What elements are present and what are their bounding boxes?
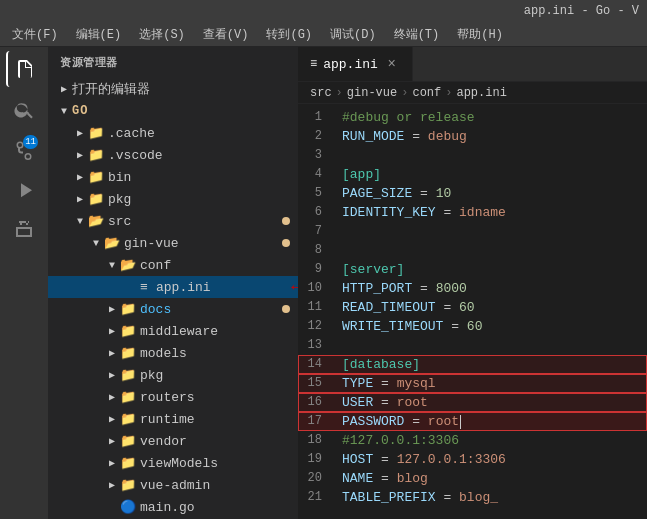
tab-bar: ≡ app.ini ×	[298, 47, 647, 82]
line-content-5: PAGE_SIZE = 10	[338, 184, 647, 203]
menu-goto[interactable]: 转到(G)	[258, 24, 320, 45]
folder-icon-bin: 📁	[88, 169, 104, 185]
folder-icon-routers: 📁	[120, 389, 136, 405]
line-num-7: 7	[298, 222, 338, 241]
tab-close-button[interactable]: ×	[384, 56, 400, 72]
folder-icon-gin-vue: 📂	[104, 235, 120, 251]
menu-terminal[interactable]: 终端(T)	[386, 24, 448, 45]
breadcrumb-sep-1: ›	[336, 86, 343, 100]
menu-help[interactable]: 帮助(H)	[449, 24, 511, 45]
menu-view[interactable]: 查看(V)	[195, 24, 257, 45]
tree-item-conf[interactable]: ▼ 📂 conf	[48, 254, 298, 276]
tab-file-icon: ≡	[310, 57, 317, 71]
tree-item-cache[interactable]: ▶ 📁 .cache	[48, 122, 298, 144]
conf-label: conf	[140, 258, 171, 273]
line-num-20: 20	[298, 469, 338, 488]
folder-icon-viewModels: 📁	[120, 455, 136, 471]
tree-item-main-go[interactable]: ▶ 🔵 main.go	[48, 496, 298, 518]
title-bar: app.ini - Go - V	[0, 0, 647, 22]
line-content-7	[338, 222, 647, 241]
breadcrumb-appini[interactable]: app.ini	[456, 86, 506, 100]
tree-item-middleware[interactable]: ▶ 📁 middleware	[48, 320, 298, 342]
middleware-arrow: ▶	[104, 325, 120, 337]
source-control-badge: 11	[23, 135, 38, 149]
line-num-5: 5	[298, 184, 338, 203]
line-num-16: 16	[298, 393, 338, 412]
code-line-1: 1 #debug or release	[298, 108, 647, 127]
tree-item-vue-admin[interactable]: ▶ 📁 vue-admin	[48, 474, 298, 496]
file-tree: ▼ GO ▶ 📁 .cache ▶ 📁 .vscode	[48, 100, 298, 519]
docs-label: docs	[140, 302, 171, 317]
tree-item-bin[interactable]: ▶ 📁 bin	[48, 166, 298, 188]
gin-vue-arrow: ▼	[88, 238, 104, 249]
menu-edit[interactable]: 编辑(E)	[68, 24, 130, 45]
breadcrumb-src[interactable]: src	[310, 86, 332, 100]
debug-icon[interactable]	[6, 171, 42, 207]
extensions-icon[interactable]	[6, 211, 42, 247]
menu-bar: 文件(F) 编辑(E) 选择(S) 查看(V) 转到(G) 调试(D) 终端(T…	[0, 22, 647, 47]
pkg-label: pkg	[108, 192, 131, 207]
code-line-11: 11 READ_TIMEOUT = 60	[298, 298, 647, 317]
models-arrow: ▶	[104, 347, 120, 359]
line-content-1: #debug or release	[338, 108, 647, 127]
vendor-label: vendor	[140, 434, 187, 449]
routers-label: routers	[140, 390, 195, 405]
line-content-19: HOST = 127.0.0.1:3306	[338, 450, 647, 469]
tree-item-go[interactable]: ▼ GO	[48, 100, 298, 122]
folder-icon-pkg: 📁	[88, 191, 104, 207]
code-editor[interactable]: 1 #debug or release 2 RUN_MODE = debug 3…	[298, 104, 647, 519]
code-line-6: 6 IDENTITY_KEY = idname	[298, 203, 647, 222]
tree-item-runtime[interactable]: ▶ 📁 runtime	[48, 408, 298, 430]
open-editors-section[interactable]: ▶ 打开的编辑器	[48, 78, 298, 100]
code-line-4: 4 [app]	[298, 165, 647, 184]
line-content-8	[338, 241, 647, 260]
breadcrumb-conf[interactable]: conf	[412, 86, 441, 100]
breadcrumb-gin-vue[interactable]: gin-vue	[347, 86, 397, 100]
code-line-13: 13	[298, 336, 647, 355]
folder-icon-middleware: 📁	[120, 323, 136, 339]
line-content-2: RUN_MODE = debug	[338, 127, 647, 146]
code-line-5: 5 PAGE_SIZE = 10	[298, 184, 647, 203]
tree-item-pkg[interactable]: ▶ 📁 pkg	[48, 188, 298, 210]
tree-item-pkg2[interactable]: ▶ 📁 pkg	[48, 364, 298, 386]
tree-item-routers[interactable]: ▶ 📁 routers	[48, 386, 298, 408]
go-arrow: ▼	[56, 106, 72, 117]
main-go-label: main.go	[140, 500, 195, 515]
pkg-arrow: ▶	[72, 193, 88, 205]
tree-item-src[interactable]: ▼ 📂 src	[48, 210, 298, 232]
files-icon[interactable]	[6, 51, 42, 87]
line-content-4: [app]	[338, 165, 647, 184]
tree-item-app-ini[interactable]: ▶ ≡ app.ini ←	[48, 276, 298, 298]
source-control-icon[interactable]: 11	[6, 131, 42, 167]
red-arrow-indicator: ←	[291, 277, 298, 297]
line-num-3: 3	[298, 146, 338, 165]
go-file-icon: 🔵	[120, 499, 136, 515]
line-num-6: 6	[298, 203, 338, 222]
search-icon[interactable]	[6, 91, 42, 127]
tree-item-gin-vue[interactable]: ▼ 📂 gin-vue	[48, 232, 298, 254]
line-content-9: [server]	[338, 260, 647, 279]
tree-item-vendor[interactable]: ▶ 📁 vendor	[48, 430, 298, 452]
src-dot	[282, 217, 290, 225]
tree-item-vscode[interactable]: ▶ 📁 .vscode	[48, 144, 298, 166]
sidebar-title: 资源管理器	[48, 47, 298, 78]
folder-icon-runtime: 📁	[120, 411, 136, 427]
vue-admin-label: vue-admin	[140, 478, 210, 493]
tree-item-docs[interactable]: ▶ 📁 docs	[48, 298, 298, 320]
tree-item-viewModels[interactable]: ▶ 📁 viewModels	[48, 452, 298, 474]
open-editors-label: 打开的编辑器	[72, 80, 150, 98]
folder-icon-pkg2: 📁	[120, 367, 136, 383]
runtime-arrow: ▶	[104, 413, 120, 425]
code-line-12: 12 WRITE_TIMEOUT = 60	[298, 317, 647, 336]
ini-file-icon: ≡	[136, 280, 152, 295]
cache-arrow: ▶	[72, 127, 88, 139]
tree-item-models[interactable]: ▶ 📁 models	[48, 342, 298, 364]
menu-debug[interactable]: 调试(D)	[322, 24, 384, 45]
tab-app-ini[interactable]: ≡ app.ini ×	[298, 47, 413, 81]
code-line-14: 14 [database]	[298, 355, 647, 374]
vue-admin-arrow: ▶	[104, 479, 120, 491]
menu-file[interactable]: 文件(F)	[4, 24, 66, 45]
menu-select[interactable]: 选择(S)	[131, 24, 193, 45]
docs-arrow: ▶	[104, 303, 120, 315]
activity-bar: 11	[0, 47, 48, 519]
